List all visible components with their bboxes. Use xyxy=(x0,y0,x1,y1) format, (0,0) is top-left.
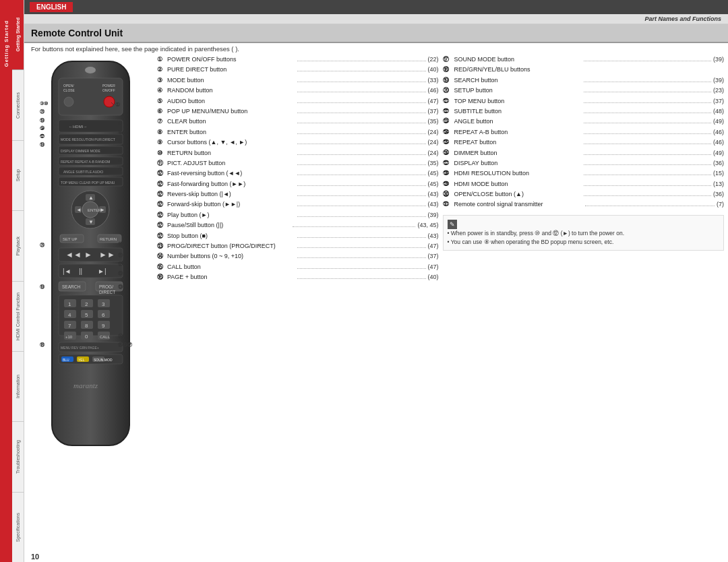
list-item: ㉔ REPEAT A-B button (46) xyxy=(443,127,725,137)
list-item: ① POWER ON/OFF buttons (22) xyxy=(157,55,439,64)
list-item: ⑫ Pause/Still button (||) (43, 45) xyxy=(157,220,439,230)
svg-text:⑨: ⑨ xyxy=(118,209,123,214)
list-item: ⑥ POP UP MENU/MENU button (37) xyxy=(157,106,439,116)
list-item: ⑮ CALL button (47) xyxy=(157,262,439,272)
svg-text:⑲: ⑲ xyxy=(40,142,45,147)
svg-text:⑳: ⑳ xyxy=(40,242,45,247)
right-list: ⑰ SOUND MODE button (39)⑱ RED/GRN/YEL/BL… xyxy=(443,55,725,547)
tab-hdmi[interactable]: HDMI Control Function xyxy=(12,282,24,352)
tab-playback[interactable]: Playback xyxy=(12,211,24,281)
svg-text:RETURN: RETURN xyxy=(100,237,117,241)
svg-text:||: || xyxy=(79,268,82,275)
list-item: ⑫ Stop button (■) (43) xyxy=(157,231,439,241)
list-item: ⑧ ENTER button (24) xyxy=(157,127,439,137)
list-item: ㉒ SUBTITLE button (48) xyxy=(443,106,725,116)
svg-point-1 xyxy=(85,67,96,73)
svg-text:SOUN.MOD: SOUN.MOD xyxy=(94,358,113,362)
note-text: • When power is in standby, press ⑩ and … xyxy=(448,229,720,238)
list-item: ⑤ AUDIO button (47) xyxy=(157,96,439,106)
svg-text:+10: +10 xyxy=(65,335,73,339)
svg-text:⑥: ⑥ xyxy=(118,149,123,154)
svg-text:▼: ▼ xyxy=(88,219,94,225)
svg-text:◄◄: ◄◄ xyxy=(65,250,82,259)
svg-text:5: 5 xyxy=(85,312,88,318)
left-list: ① POWER ON/OFF buttons (22)② PURE DIRECT… xyxy=(157,55,439,547)
list-item: ⑰ SOUND MODE button (39) xyxy=(443,55,725,64)
svg-text:⑬: ⑬ xyxy=(118,284,123,289)
svg-point-7 xyxy=(104,96,115,107)
list-item: ㉘ HDMI RESOLUTION button (15) xyxy=(443,168,725,178)
svg-text:2: 2 xyxy=(85,301,88,307)
list-item: ⑪ PICT. ADJUST button (35) xyxy=(157,158,439,168)
svg-text:BLU: BLU xyxy=(63,358,69,362)
svg-text:ON/OFF: ON/OFF xyxy=(102,88,115,92)
tab-information[interactable]: Information xyxy=(12,352,24,422)
svg-text:⑧: ⑧ xyxy=(118,167,123,172)
svg-text:►: ► xyxy=(100,207,105,213)
list-item: ㉛ Remote control signal transmitter (7) xyxy=(443,199,725,209)
list-item: ⑭ Number buttons (0 ~ 9, +10) (37) xyxy=(157,251,439,261)
tab-specifications[interactable]: Specifications xyxy=(12,493,24,562)
list-item: ⑩ RETURN button (24) xyxy=(157,148,439,158)
svg-text:⑲: ⑲ xyxy=(40,284,45,289)
svg-text:3: 3 xyxy=(102,301,105,307)
list-item: ㉗ DISPLAY button (36) xyxy=(443,158,725,168)
svg-text:OPEN/: OPEN/ xyxy=(63,84,74,88)
svg-text:CLOSE: CLOSE xyxy=(63,88,75,92)
svg-text:DIRECT: DIRECT xyxy=(99,290,115,294)
list-item: ② PURE DIRECT button (40) xyxy=(157,65,439,74)
svg-text:⑦: ⑦ xyxy=(118,158,123,163)
svg-text:CALL: CALL xyxy=(100,335,111,339)
svg-text:㉗: ㉗ xyxy=(40,133,45,139)
svg-text:⑬: ⑬ xyxy=(118,270,123,276)
list-item: ④ RANDOM button (46) xyxy=(157,86,439,95)
svg-text:MENU  REV  GRN  PAGE+: MENU REV GRN PAGE+ xyxy=(61,346,99,350)
svg-text:REPEAT  REPEAT A-B  RANDOM: REPEAT REPEAT A-B RANDOM xyxy=(61,160,111,164)
svg-text:㉘: ㉘ xyxy=(40,125,45,131)
list-item: ⑯ PAGE + button (40) xyxy=(157,272,439,282)
tab-setup[interactable]: Setup xyxy=(12,141,24,211)
svg-text:0: 0 xyxy=(85,334,88,340)
top-bar: ENGLISH xyxy=(24,0,728,14)
list-item: ⑳ SETUP button (23) xyxy=(443,86,725,95)
tab-troubleshooting[interactable]: Troubleshooting xyxy=(12,422,24,492)
english-badge: ENGLISH xyxy=(30,2,73,12)
list-item: ⑫ Forward-skip button (►►|) (43) xyxy=(157,199,439,209)
svg-text:9: 9 xyxy=(102,323,105,329)
svg-text:SEARCH: SEARCH xyxy=(62,284,80,289)
list-item: ㉙ HDMI MODE button (13) xyxy=(443,179,725,189)
svg-text:⑲: ⑲ xyxy=(40,117,45,123)
svg-text:7: 7 xyxy=(68,323,71,329)
svg-text:►►: ►► xyxy=(99,250,115,259)
svg-text:8: 8 xyxy=(85,323,88,329)
svg-text:⑪: ⑪ xyxy=(118,252,123,257)
list-item: ㉕ REPEAT button (46) xyxy=(443,137,725,147)
svg-text:←HDMI→: ←HDMI→ xyxy=(69,125,87,129)
svg-text:►: ► xyxy=(84,250,92,259)
svg-text:|◄: |◄ xyxy=(63,268,71,275)
subtitle-note: For buttons not explained here, see the … xyxy=(24,43,728,55)
note-text: • You can use ⑧ when operating the BD po… xyxy=(448,238,720,247)
svg-text:▲: ▲ xyxy=(88,195,94,201)
list-item: ⑫ Revers-skip button (|◄) (43) xyxy=(157,189,439,199)
svg-text:TOP MENU  CLEAR  POP UP MENU: TOP MENU CLEAR POP UP MENU xyxy=(61,181,115,185)
svg-text:marantz: marantz xyxy=(73,381,98,389)
remote-control-image: OPEN/ CLOSE POWER ON/OFF ←HDMI→ MODE RES… xyxy=(28,55,153,547)
svg-text:►|: ►| xyxy=(98,268,107,275)
list-item: ⑫ Fast-forwarding button (►►) (45) xyxy=(157,179,439,189)
tab-connections[interactable]: Connections xyxy=(12,70,24,140)
list-item: ⑬ PROG/DIRECT button (PROG/DIRECT) (47) xyxy=(157,241,439,251)
svg-text:⑭: ⑭ xyxy=(118,333,123,338)
list-item: ㉖ DIMMER button (49) xyxy=(443,148,725,158)
list-item: ⑦ CLEAR button (35) xyxy=(157,117,439,126)
part-names-bar: Part Names and Functions xyxy=(24,14,728,24)
list-item: ③ MODE button (33) xyxy=(157,75,439,85)
svg-text:PROG/: PROG/ xyxy=(99,284,113,289)
list-item: ⑫ Play button (►) (39) xyxy=(157,210,439,220)
tab-getting-started[interactable]: Getting Started xyxy=(12,0,24,70)
svg-text:6: 6 xyxy=(102,312,105,318)
list-item: ㉑ TOP MENU button (37) xyxy=(443,96,725,106)
list-item: ㉓ ANGLE button (49) xyxy=(443,117,725,126)
svg-text:POWER: POWER xyxy=(102,84,115,88)
section-title: Remote Control Unit xyxy=(24,24,728,43)
